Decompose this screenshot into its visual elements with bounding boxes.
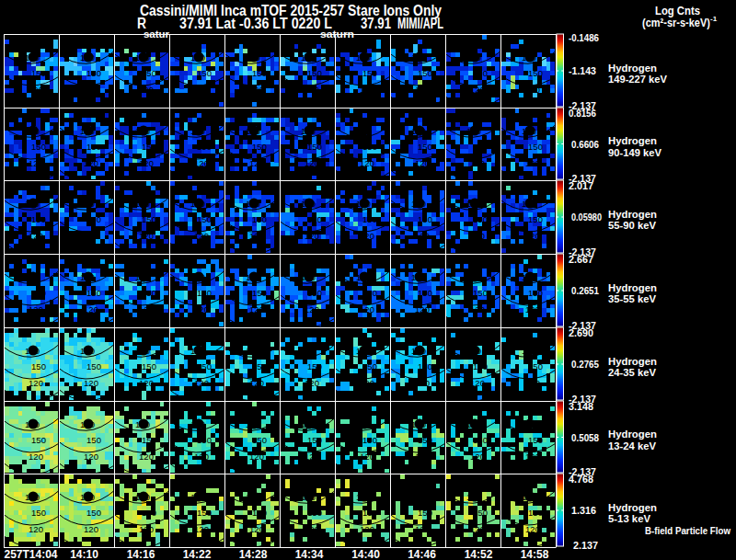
svg-text:180: 180 [80, 52, 95, 63]
svg-text:120: 120 [84, 451, 98, 462]
svg-text:14:34: 14:34 [295, 548, 324, 560]
svg-text:-1.143: -1.143 [569, 65, 596, 76]
svg-text:0.05980: 0.05980 [571, 211, 602, 223]
svg-text:120: 120 [415, 85, 430, 95]
svg-text:180: 180 [190, 346, 205, 356]
svg-text:120: 120 [415, 304, 430, 314]
svg-text:150: 150 [142, 142, 156, 152]
svg-text:180: 180 [190, 492, 205, 502]
svg-text:120: 120 [249, 85, 264, 95]
svg-text:14:58: 14:58 [521, 548, 549, 560]
svg-text:120: 120 [525, 451, 540, 462]
svg-text:150: 150 [31, 214, 46, 224]
svg-text:180: 180 [190, 199, 205, 209]
svg-text:120: 120 [305, 85, 319, 95]
svg-text:120: 120 [360, 231, 374, 241]
svg-text:180: 180 [190, 419, 205, 429]
svg-text:180: 180 [466, 199, 481, 209]
svg-text:150: 150 [197, 214, 212, 224]
svg-text:120: 120 [415, 231, 430, 241]
svg-text:Hydrogen: Hydrogen [608, 63, 657, 74]
svg-text:257T14:04: 257T14:04 [4, 548, 57, 560]
svg-text:180: 180 [522, 126, 536, 136]
svg-text:180: 180 [301, 272, 316, 282]
svg-text:120: 120 [139, 304, 154, 314]
svg-text:150: 150 [473, 435, 488, 445]
svg-text:120: 120 [360, 304, 374, 314]
svg-text:120: 120 [84, 524, 98, 534]
svg-text:120: 120 [470, 304, 485, 314]
svg-text:150: 150 [473, 142, 488, 152]
svg-text:150: 150 [307, 142, 322, 152]
svg-text:150: 150 [362, 214, 377, 224]
svg-text:180: 180 [522, 492, 536, 502]
svg-text:120: 120 [415, 524, 430, 534]
svg-text:150: 150 [31, 508, 46, 518]
svg-text:120: 120 [29, 158, 43, 168]
svg-text:150: 150 [418, 142, 432, 152]
svg-text:180: 180 [411, 419, 426, 429]
svg-text:120: 120 [139, 158, 154, 168]
svg-text:37.91: 37.91 [361, 16, 391, 31]
svg-text:150: 150 [252, 68, 267, 78]
svg-text:saturn: saturn [320, 29, 354, 40]
svg-text:180: 180 [135, 492, 150, 502]
svg-text:150: 150 [142, 288, 156, 298]
svg-text:180: 180 [301, 126, 316, 136]
svg-text:Hydrogen: Hydrogen [608, 209, 657, 220]
svg-text:150: 150 [86, 142, 101, 152]
svg-text:150: 150 [307, 508, 322, 518]
svg-text:150: 150 [142, 68, 156, 78]
svg-text:150: 150 [528, 435, 543, 445]
svg-text:180: 180 [80, 272, 95, 282]
svg-text:150: 150 [197, 142, 212, 152]
svg-text:120: 120 [470, 85, 485, 95]
svg-text:180: 180 [522, 52, 536, 63]
svg-text:150: 150 [142, 435, 156, 445]
svg-text:0.6606: 0.6606 [571, 139, 599, 150]
svg-text:180: 180 [80, 199, 95, 209]
svg-text:180: 180 [411, 52, 426, 63]
svg-text:150: 150 [197, 508, 212, 518]
svg-text:B-field Particle Flow: B-field Particle Flow [645, 525, 730, 536]
svg-text:150: 150 [473, 68, 488, 78]
svg-text:180: 180 [80, 419, 95, 429]
svg-text:120: 120 [415, 451, 430, 462]
svg-text:180: 180 [25, 492, 40, 502]
svg-text:180: 180 [466, 346, 481, 356]
svg-text:0.2765: 0.2765 [571, 359, 599, 370]
svg-text:120: 120 [470, 378, 485, 388]
svg-text:150: 150 [252, 288, 267, 298]
svg-text:(cm²-sr-s-keV): (cm²-sr-s-keV) [642, 17, 710, 29]
svg-text:180: 180 [356, 419, 371, 429]
svg-text:Hydrogen: Hydrogen [608, 502, 657, 513]
svg-text:2.137: 2.137 [573, 540, 598, 551]
svg-text:150: 150 [31, 68, 46, 78]
svg-text:180: 180 [522, 272, 536, 282]
svg-text:180: 180 [466, 419, 481, 429]
svg-text:120: 120 [29, 378, 43, 388]
svg-text:180: 180 [135, 199, 150, 209]
svg-text:150: 150 [31, 142, 46, 152]
svg-text:150: 150 [142, 361, 156, 371]
svg-text:Hydrogen: Hydrogen [608, 135, 657, 146]
svg-text:150: 150 [473, 361, 488, 371]
svg-text:120: 120 [360, 451, 374, 462]
svg-text:180: 180 [246, 52, 260, 63]
svg-text:150: 150 [473, 214, 488, 224]
svg-text:150: 150 [418, 508, 432, 518]
svg-text:120: 120 [360, 378, 374, 388]
svg-text:Hydrogen: Hydrogen [608, 429, 657, 440]
svg-text:120: 120 [29, 451, 43, 462]
svg-text:5-13 keV: 5-13 keV [608, 513, 651, 524]
svg-text:150: 150 [307, 68, 322, 78]
svg-text:120: 120 [84, 85, 98, 95]
svg-text:180: 180 [246, 126, 260, 136]
svg-text:0.2651: 0.2651 [571, 285, 599, 296]
svg-text:14:52: 14:52 [465, 548, 493, 560]
svg-text:120: 120 [84, 158, 98, 168]
svg-text:180: 180 [25, 419, 40, 429]
svg-text:180: 180 [411, 126, 426, 136]
svg-text:1.316: 1.316 [571, 505, 596, 516]
svg-text:120: 120 [525, 85, 540, 95]
